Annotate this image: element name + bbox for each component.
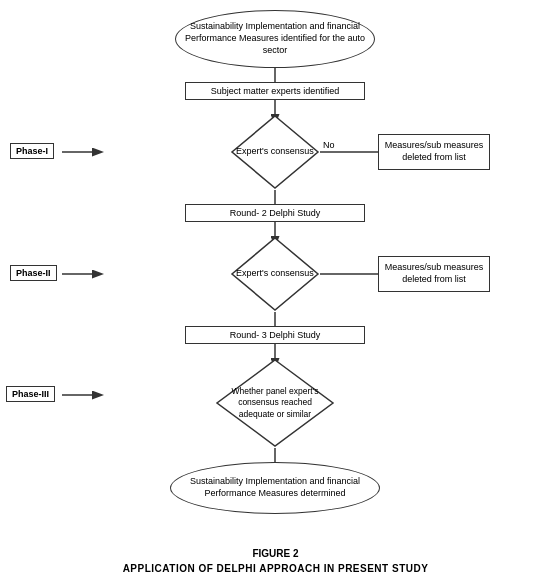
diamond2: Expert's consensus: [230, 236, 320, 312]
figure-number: FIGURE 2: [0, 546, 551, 561]
figure-caption: FIGURE 2 APPLICATION OF DELPHI APPROACH …: [0, 546, 551, 576]
phase-1-label: Phase-I: [10, 143, 54, 159]
phase-3-box: Phase-III: [6, 386, 55, 402]
phase-2-label: Phase-II: [10, 265, 57, 281]
rect-round2: Round- 2 Delphi Study: [185, 204, 365, 222]
rect-round3: Round- 3 Delphi Study: [185, 326, 365, 344]
diagram-container: Sustainability Implementation and financ…: [0, 0, 551, 580]
phase-2-box: Phase-II: [10, 265, 57, 281]
phase-3-label: Phase-III: [6, 386, 55, 402]
oval-bottom: Sustainability Implementation and financ…: [170, 462, 380, 514]
diamond1: Expert's consensus: [230, 114, 320, 190]
diamond3: Whether panel expert's consensus reached…: [215, 358, 335, 448]
no-label-1: No: [323, 140, 335, 150]
side-box-2: Measures/sub measures deleted from list: [378, 256, 490, 292]
side-box-1: Measures/sub measures deleted from list: [378, 134, 490, 170]
phase-1-box: Phase-I: [10, 143, 54, 159]
rect-sme: Subject matter experts identified: [185, 82, 365, 100]
figure-title: APPLICATION OF DELPHI APPROACH IN PRESEN…: [0, 561, 551, 576]
oval-top: Sustainability Implementation and financ…: [175, 10, 375, 68]
